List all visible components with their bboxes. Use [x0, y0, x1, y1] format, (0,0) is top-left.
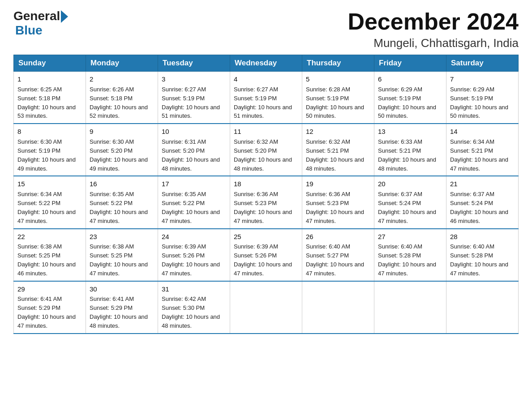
- calendar-cell: 5Sunrise: 6:28 AMSunset: 5:19 PMDaylight…: [302, 72, 374, 124]
- day-number: 24: [162, 232, 226, 242]
- header-day-sunday: Sunday: [14, 55, 86, 72]
- day-info: Sunrise: 6:41 AMSunset: 5:29 PMDaylight:…: [17, 295, 76, 329]
- calendar-cell: 8Sunrise: 6:30 AMSunset: 5:19 PMDaylight…: [14, 124, 86, 176]
- day-info: Sunrise: 6:42 AMSunset: 5:30 PMDaylight:…: [162, 295, 220, 329]
- day-number: 8: [17, 127, 82, 137]
- day-info: Sunrise: 6:32 AMSunset: 5:20 PMDaylight:…: [234, 138, 292, 172]
- calendar-cell: 21Sunrise: 6:37 AMSunset: 5:24 PMDayligh…: [446, 176, 519, 228]
- week-row-1: 1Sunrise: 6:25 AMSunset: 5:18 PMDaylight…: [14, 72, 519, 124]
- calendar-cell: 30Sunrise: 6:41 AMSunset: 5:29 PMDayligh…: [86, 281, 158, 334]
- calendar-cell: 24Sunrise: 6:39 AMSunset: 5:26 PMDayligh…: [158, 229, 230, 281]
- header-day-monday: Monday: [86, 55, 158, 72]
- week-row-2: 8Sunrise: 6:30 AMSunset: 5:19 PMDaylight…: [14, 124, 519, 176]
- day-number: 27: [378, 232, 442, 242]
- day-info: Sunrise: 6:34 AMSunset: 5:22 PMDaylight:…: [17, 191, 76, 224]
- day-info: Sunrise: 6:41 AMSunset: 5:29 PMDaylight:…: [90, 295, 148, 329]
- day-number: 16: [90, 179, 154, 189]
- day-info: Sunrise: 6:34 AMSunset: 5:21 PMDaylight:…: [450, 138, 508, 172]
- day-number: 5: [306, 74, 370, 84]
- calendar-cell: 10Sunrise: 6:31 AMSunset: 5:20 PMDayligh…: [158, 124, 230, 176]
- day-info: Sunrise: 6:35 AMSunset: 5:22 PMDaylight:…: [90, 191, 148, 224]
- calendar-cell: [230, 281, 302, 334]
- day-number: 4: [234, 74, 298, 84]
- calendar-cell: [446, 281, 519, 334]
- day-info: Sunrise: 6:30 AMSunset: 5:19 PMDaylight:…: [17, 138, 76, 172]
- day-info: Sunrise: 6:29 AMSunset: 5:19 PMDaylight:…: [378, 86, 436, 120]
- calendar-cell: 19Sunrise: 6:36 AMSunset: 5:23 PMDayligh…: [302, 176, 374, 228]
- calendar-table: SundayMondayTuesdayWednesdayThursdayFrid…: [13, 55, 519, 334]
- day-info: Sunrise: 6:31 AMSunset: 5:20 PMDaylight:…: [162, 138, 220, 172]
- day-number: 22: [17, 232, 82, 242]
- header-day-thursday: Thursday: [302, 55, 374, 72]
- calendar-header: SundayMondayTuesdayWednesdayThursdayFrid…: [14, 55, 519, 72]
- day-number: 18: [234, 179, 298, 189]
- day-info: Sunrise: 6:26 AMSunset: 5:18 PMDaylight:…: [90, 86, 148, 120]
- day-info: Sunrise: 6:32 AMSunset: 5:21 PMDaylight:…: [306, 138, 364, 172]
- calendar-cell: [374, 281, 446, 334]
- day-number: 30: [90, 284, 154, 294]
- day-info: Sunrise: 6:27 AMSunset: 5:19 PMDaylight:…: [234, 86, 292, 120]
- day-info: Sunrise: 6:38 AMSunset: 5:25 PMDaylight:…: [17, 243, 76, 277]
- day-number: 28: [450, 232, 515, 242]
- calendar-cell: 4Sunrise: 6:27 AMSunset: 5:19 PMDaylight…: [230, 72, 302, 124]
- calendar-cell: 31Sunrise: 6:42 AMSunset: 5:30 PMDayligh…: [158, 281, 230, 334]
- calendar-cell: 6Sunrise: 6:29 AMSunset: 5:19 PMDaylight…: [374, 72, 446, 124]
- calendar-cell: 16Sunrise: 6:35 AMSunset: 5:22 PMDayligh…: [86, 176, 158, 228]
- day-number: 11: [234, 127, 298, 137]
- calendar-title: December 2024: [348, 9, 519, 34]
- calendar-body: 1Sunrise: 6:25 AMSunset: 5:18 PMDaylight…: [14, 72, 519, 334]
- calendar-cell: 23Sunrise: 6:38 AMSunset: 5:25 PMDayligh…: [86, 229, 158, 281]
- day-info: Sunrise: 6:37 AMSunset: 5:24 PMDaylight:…: [450, 191, 508, 224]
- calendar-cell: 1Sunrise: 6:25 AMSunset: 5:18 PMDaylight…: [14, 72, 86, 124]
- day-info: Sunrise: 6:25 AMSunset: 5:18 PMDaylight:…: [17, 86, 76, 120]
- day-number: 20: [378, 179, 442, 189]
- day-number: 13: [378, 127, 442, 137]
- day-number: 3: [162, 74, 226, 84]
- calendar-cell: 3Sunrise: 6:27 AMSunset: 5:19 PMDaylight…: [158, 72, 230, 124]
- day-number: 10: [162, 127, 226, 137]
- header-row: SundayMondayTuesdayWednesdayThursdayFrid…: [14, 55, 519, 72]
- calendar-cell: 27Sunrise: 6:40 AMSunset: 5:28 PMDayligh…: [374, 229, 446, 281]
- calendar-cell: 20Sunrise: 6:37 AMSunset: 5:24 PMDayligh…: [374, 176, 446, 228]
- week-row-4: 22Sunrise: 6:38 AMSunset: 5:25 PMDayligh…: [14, 229, 519, 281]
- day-info: Sunrise: 6:27 AMSunset: 5:19 PMDaylight:…: [162, 86, 220, 120]
- day-number: 23: [90, 232, 154, 242]
- calendar-cell: 14Sunrise: 6:34 AMSunset: 5:21 PMDayligh…: [446, 124, 519, 176]
- calendar-cell: 2Sunrise: 6:26 AMSunset: 5:18 PMDaylight…: [86, 72, 158, 124]
- header-day-wednesday: Wednesday: [230, 55, 302, 72]
- day-number: 2: [90, 74, 154, 84]
- calendar-cell: 22Sunrise: 6:38 AMSunset: 5:25 PMDayligh…: [14, 229, 86, 281]
- day-number: 26: [306, 232, 370, 242]
- day-info: Sunrise: 6:39 AMSunset: 5:26 PMDaylight:…: [162, 243, 220, 277]
- calendar-cell: 17Sunrise: 6:35 AMSunset: 5:22 PMDayligh…: [158, 176, 230, 228]
- day-info: Sunrise: 6:40 AMSunset: 5:28 PMDaylight:…: [450, 243, 508, 277]
- day-info: Sunrise: 6:38 AMSunset: 5:25 PMDaylight:…: [90, 243, 148, 277]
- logo-blue-text: Blue: [15, 23, 43, 38]
- day-info: Sunrise: 6:36 AMSunset: 5:23 PMDaylight:…: [234, 191, 292, 224]
- day-number: 15: [17, 179, 82, 189]
- day-info: Sunrise: 6:37 AMSunset: 5:24 PMDaylight:…: [378, 191, 436, 224]
- day-number: 6: [378, 74, 442, 84]
- day-number: 14: [450, 127, 515, 137]
- day-number: 31: [162, 284, 226, 294]
- day-info: Sunrise: 6:36 AMSunset: 5:23 PMDaylight:…: [306, 191, 364, 224]
- day-number: 17: [162, 179, 226, 189]
- calendar-cell: 12Sunrise: 6:32 AMSunset: 5:21 PMDayligh…: [302, 124, 374, 176]
- calendar-cell: [302, 281, 374, 334]
- calendar-cell: 13Sunrise: 6:33 AMSunset: 5:21 PMDayligh…: [374, 124, 446, 176]
- header-day-friday: Friday: [374, 55, 446, 72]
- calendar-cell: 29Sunrise: 6:41 AMSunset: 5:29 PMDayligh…: [14, 281, 86, 334]
- calendar-cell: 25Sunrise: 6:39 AMSunset: 5:26 PMDayligh…: [230, 229, 302, 281]
- week-row-3: 15Sunrise: 6:34 AMSunset: 5:22 PMDayligh…: [14, 176, 519, 228]
- calendar-cell: 11Sunrise: 6:32 AMSunset: 5:20 PMDayligh…: [230, 124, 302, 176]
- calendar-cell: 15Sunrise: 6:34 AMSunset: 5:22 PMDayligh…: [14, 176, 86, 228]
- day-number: 9: [90, 127, 154, 137]
- day-number: 12: [306, 127, 370, 137]
- header-day-saturday: Saturday: [446, 55, 519, 72]
- logo-arrow-icon: [61, 10, 68, 23]
- logo[interactable]: General Blue: [13, 9, 68, 38]
- day-info: Sunrise: 6:29 AMSunset: 5:19 PMDaylight:…: [450, 86, 508, 120]
- calendar-cell: 28Sunrise: 6:40 AMSunset: 5:28 PMDayligh…: [446, 229, 519, 281]
- header-day-tuesday: Tuesday: [158, 55, 230, 72]
- logo-general-text: General: [13, 9, 60, 23]
